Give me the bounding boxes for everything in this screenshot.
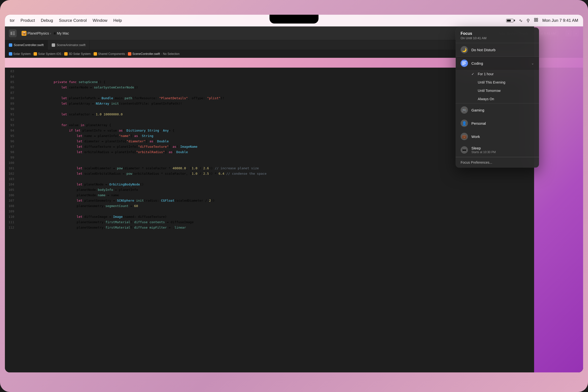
focus-item-sleep[interactable]: 🛏 Sleep Starts at 10:30 PM — [456, 143, 539, 157]
menu-source-control[interactable]: Source Control — [59, 18, 87, 23]
search-icon[interactable]: ⚲ — [526, 18, 530, 23]
svg-point-2 — [534, 20, 536, 22]
sidebar-toggle-button[interactable] — [9, 30, 17, 37]
focus-item-gaming[interactable]: 🎮 Gaming — [456, 104, 539, 116]
line-101: 101 — [5, 166, 17, 171]
notch — [270, 15, 318, 24]
focus-header: Focus On Until 10:41 AM — [456, 28, 539, 43]
swift-file-icon-2 — [52, 43, 55, 47]
path-shared[interactable]: Shared Components — [98, 52, 125, 56]
coding-expand-icon: ⌄ — [531, 61, 534, 65]
focus-title: Focus — [460, 31, 534, 36]
coding-sub-until-evening[interactable]: Until This Evening — [456, 78, 539, 86]
line-89: 89 — [5, 101, 17, 106]
check-always-on — [472, 97, 475, 101]
line-95: 95 — [5, 133, 17, 139]
line-85: 85 — [5, 80, 17, 85]
path-3d[interactable]: 3D Solar System — [68, 52, 91, 56]
line-98: 98 — [5, 150, 17, 155]
device-name: My Mac — [57, 31, 69, 35]
svg-rect-5 — [12, 32, 15, 32]
path-sep-2: › — [62, 52, 63, 56]
coding-sub-for-1-hour[interactable]: ✓ For 1 hour — [456, 70, 539, 78]
menu-bar-left: tor Product Debug Source Control Window … — [10, 18, 506, 23]
focus-item-work[interactable]: 💼 Work — [456, 130, 539, 143]
line-97: 97 — [5, 144, 17, 150]
path-ios[interactable]: Solar System iOS — [38, 52, 61, 56]
focus-item-dnd[interactable]: 🌙 Do Not Disturb — [456, 43, 539, 56]
sleep-info: Sleep Starts at 10:30 PM — [472, 146, 496, 154]
menu-bar-datetime: Mon Jun 7 9:41 AM — [542, 18, 578, 23]
tab-scene-animator[interactable]: SceneAnimator.swift — [48, 40, 90, 50]
tab-label-1: SceneController.swift — [14, 43, 44, 47]
control-center-icon[interactable] — [534, 18, 538, 24]
swift-file-icon-1 — [9, 43, 12, 47]
line-106: 106 — [5, 192, 17, 198]
coding-sub-until-tomorrow[interactable]: Until Tomorrow — [456, 86, 539, 95]
svg-point-0 — [534, 18, 536, 20]
path-swift-icon — [128, 52, 131, 56]
coding-icon — [460, 60, 468, 67]
line-88: 88 — [5, 96, 17, 101]
path-solar-system[interactable]: Solar System — [13, 52, 30, 56]
line-84: 84 — [5, 74, 17, 80]
sleep-sublabel: Starts at 10:30 PM — [472, 150, 496, 154]
project-name: PlanetPhysics — [28, 31, 49, 35]
path-sep-3: › — [92, 52, 92, 56]
svg-rect-6 — [12, 33, 15, 34]
menu-help[interactable]: Help — [113, 18, 122, 23]
tab-scene-controller[interactable]: SceneController.swift — [5, 40, 48, 50]
focus-item-coding[interactable]: Coding ⌄ — [456, 56, 539, 70]
tab-label-2: SceneAnimator.swift — [56, 43, 86, 47]
line-107: 107 — [5, 198, 17, 203]
path-sep-5: › — [161, 52, 162, 56]
check-until-tomorrow — [472, 89, 475, 92]
svg-rect-4 — [10, 32, 12, 35]
line-112: 112 — [5, 225, 17, 230]
line-numbers: 83 84 85 86 87 88 89 90 91 92 93 94 95 9… — [5, 68, 17, 372]
menu-app-truncated[interactable]: tor — [10, 18, 15, 23]
line-91: 91 — [5, 112, 17, 117]
sleep-icon: 🛏 — [460, 146, 468, 154]
label-until-tomorrow: Until Tomorrow — [478, 89, 500, 92]
line-105: 105 — [5, 187, 17, 192]
path-selection[interactable]: No Selection — [163, 52, 180, 56]
svg-rect-7 — [12, 34, 15, 35]
project-breadcrumb: 📦 PlanetPhysics › 🖥 My Mac — [22, 31, 69, 36]
coding-label: Coding — [472, 61, 528, 66]
path-folder-icon-2 — [64, 52, 68, 56]
line-90: 90 — [5, 106, 17, 112]
project-icon: 📦 — [22, 31, 26, 36]
line-87: 87 — [5, 90, 17, 96]
focus-item-personal[interactable]: 👤 Personal — [456, 116, 539, 130]
path-sep-4: › — [126, 52, 127, 56]
path-file[interactable]: SceneController.swift — [132, 52, 160, 56]
line-110: 110 — [5, 214, 17, 220]
work-label: Work — [472, 134, 534, 139]
line-83: 83 — [5, 68, 17, 74]
menu-window[interactable]: Window — [92, 18, 107, 23]
svg-rect-11 — [462, 64, 464, 65]
focus-preferences-button[interactable]: Focus Preferences... — [456, 157, 539, 168]
menu-product[interactable]: Product — [20, 18, 35, 23]
path-sep-1: › — [32, 52, 32, 56]
work-icon: 💼 — [460, 133, 468, 140]
label-always-on: Always On — [478, 97, 494, 101]
line-96: 96 — [5, 139, 17, 144]
coding-sub-always-on[interactable]: Always On — [456, 95, 539, 103]
label-until-evening: Until This Evening — [478, 80, 506, 84]
dnd-icon: 🌙 — [460, 46, 468, 54]
path-proj-icon — [9, 52, 12, 56]
xcode-toolbar-left: 📦 PlanetPhysics › 🖥 My Mac — [22, 31, 492, 36]
svg-rect-8 — [462, 62, 466, 62]
menu-debug[interactable]: Debug — [41, 18, 53, 23]
svg-point-1 — [536, 18, 538, 20]
path-folder-icon-3 — [94, 52, 97, 56]
code-line-109: let diffuseImage = Image(named: diffuseT… — [17, 209, 583, 214]
line-104: 104 — [5, 182, 17, 187]
line-103: 103 — [5, 176, 17, 182]
coding-subitems: ✓ For 1 hour Until This Evening Until To… — [456, 70, 539, 103]
svg-rect-9 — [462, 62, 466, 63]
line-111: 111 — [5, 220, 17, 225]
personal-label: Personal — [472, 121, 534, 126]
